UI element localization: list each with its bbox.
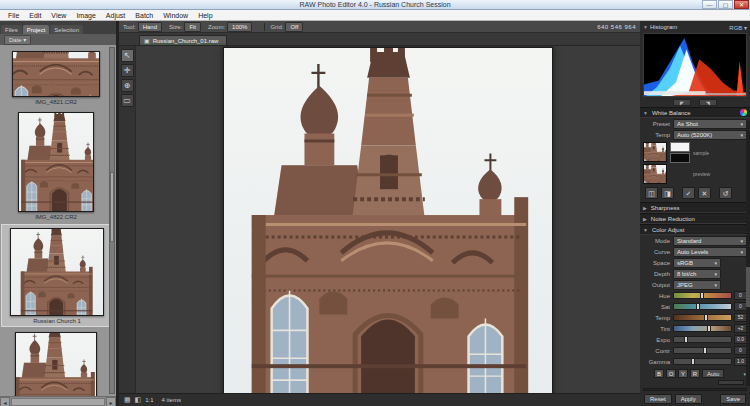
white-balance-header[interactable]: ▼ White Balance: [640, 107, 750, 118]
wb-picker-block: sample preview: [640, 140, 750, 184]
dropdown-value: 8 bit/ch: [677, 270, 696, 278]
navigator-icon[interactable]: ◧: [135, 396, 142, 404]
menu-edit[interactable]: Edit: [24, 10, 46, 21]
hue-slider[interactable]: [673, 292, 732, 299]
menu-view[interactable]: View: [46, 10, 71, 21]
main-photo[interactable]: [223, 47, 553, 393]
pan-tool-icon[interactable]: ✛: [121, 64, 134, 77]
document-tabbar: ▣ Russian_Church_01.raw: [119, 33, 640, 46]
menu-image[interactable]: Image: [71, 10, 100, 21]
document-tab[interactable]: ▣ Russian_Church_01.raw: [139, 35, 227, 45]
scroll-right-arrow[interactable]: ▸: [106, 397, 116, 406]
tab-files[interactable]: Files: [1, 25, 22, 34]
slider-handle[interactable]: [700, 292, 704, 299]
hue-row: Hue 0: [640, 290, 750, 301]
wb-temp-dropdown[interactable]: Auto (5200K) ▾: [673, 130, 747, 140]
panel-vscrollbar[interactable]: [746, 121, 750, 386]
size-label: Size:: [169, 24, 182, 30]
section-title: White Balance: [652, 110, 691, 116]
menu-batch[interactable]: Batch: [130, 10, 158, 21]
title-bar[interactable]: RAW Photo Editor 4.0 - Russian Church Se…: [0, 0, 750, 10]
output-dropdown[interactable]: JPEG ▾: [673, 280, 721, 290]
thumbnail-caption: IMG_4821.CR2: [35, 99, 77, 105]
wb-note-top: sample: [693, 150, 710, 156]
wb-sample-thumb[interactable]: [643, 142, 667, 162]
maximize-button[interactable]: ▢: [718, 0, 733, 9]
list-item[interactable]: IMG_4824.CR2: [6, 329, 106, 396]
channel-b-button[interactable]: B: [654, 369, 664, 378]
crop-tool-icon[interactable]: ▭: [121, 94, 134, 107]
mode-dropdown[interactable]: Standard ▾: [673, 236, 747, 246]
cancel-x-icon[interactable]: ✕: [698, 187, 711, 199]
highlight-warning-button[interactable]: ◥: [699, 99, 717, 106]
apply-button[interactable]: Apply: [675, 394, 702, 404]
tint-slider[interactable]: [673, 325, 732, 332]
scrollbar-thumb[interactable]: [110, 172, 114, 242]
wb-preset-dropdown[interactable]: As Shot ▾: [673, 119, 747, 129]
tab-project[interactable]: Project: [23, 25, 50, 34]
menu-window[interactable]: Window: [158, 10, 193, 21]
channel-o-button[interactable]: O: [666, 369, 676, 378]
channel-buttons-row: B O Y R Auto ▾: [640, 367, 750, 379]
zoom-dropdown[interactable]: 100%: [227, 22, 252, 32]
slider-handle[interactable]: [684, 336, 688, 343]
depth-dropdown[interactable]: 8 bit/ch ▾: [673, 269, 721, 279]
sort-dropdown[interactable]: Date ▾: [4, 35, 31, 45]
white-picker-icon[interactable]: ◫: [645, 187, 658, 199]
scroll-left-arrow[interactable]: ◂: [0, 397, 10, 406]
slider-handle[interactable]: [703, 347, 707, 354]
temp-slider[interactable]: [673, 314, 732, 321]
noise-reduction-header[interactable]: ▶ Noise Reduction: [640, 213, 750, 224]
grid-icon[interactable]: ▦: [124, 396, 131, 404]
wb-result-thumb[interactable]: [643, 164, 667, 184]
reset-undo-icon[interactable]: ↺: [719, 187, 732, 199]
sort-row: Date ▾: [0, 34, 116, 45]
curve-dropdown[interactable]: Auto Levels ▾: [673, 247, 747, 257]
grid-toggle[interactable]: Off: [285, 22, 303, 32]
menu-help[interactable]: Help: [193, 10, 217, 21]
sharpness-header[interactable]: ▶ Sharpness: [640, 202, 750, 213]
slider-handle[interactable]: [707, 325, 711, 332]
color-adjust-header[interactable]: ▼ Color Adjust: [640, 224, 750, 235]
black-point-swatch[interactable]: [670, 153, 690, 163]
exposure-slider[interactable]: [673, 336, 732, 343]
histogram-mode-dropdown[interactable]: RGB ▾: [729, 24, 747, 31]
saturation-slider[interactable]: [673, 303, 732, 310]
white-point-swatch[interactable]: [670, 142, 690, 152]
slider-handle[interactable]: [704, 314, 708, 321]
reset-button[interactable]: Reset: [644, 394, 672, 404]
scrollbar-thumb[interactable]: [746, 267, 750, 307]
scrollbar-track[interactable]: [11, 398, 105, 406]
space-dropdown[interactable]: sRGB ▾: [673, 258, 721, 268]
slider-handle[interactable]: [691, 358, 695, 365]
size-dropdown[interactable]: Fit: [184, 22, 201, 32]
gamma-slider[interactable]: [673, 358, 732, 365]
menu-file[interactable]: File: [3, 10, 24, 21]
slider-handle[interactable]: [696, 303, 700, 310]
close-button[interactable]: ✕: [734, 0, 749, 9]
shadow-warning-button[interactable]: ◤: [673, 99, 691, 106]
minimize-button[interactable]: —: [702, 0, 717, 9]
tool-dropdown[interactable]: Hand: [138, 22, 162, 32]
menu-bar: File Edit View Image Adjust Batch Window…: [0, 10, 750, 21]
thumbnail-vscrollbar[interactable]: [109, 47, 115, 394]
cursor-tool-icon[interactable]: ↖: [121, 49, 134, 62]
channel-r-button[interactable]: R: [690, 369, 700, 378]
apply-check-icon[interactable]: ✓: [682, 187, 695, 199]
row-label: Gamma: [643, 359, 673, 365]
tab-selection[interactable]: Selection: [50, 25, 83, 34]
list-item[interactable]: IMG_4822.CR2: [6, 109, 106, 222]
save-button[interactable]: Save: [720, 394, 746, 404]
image-canvas[interactable]: [136, 46, 640, 393]
black-picker-icon[interactable]: ◨: [661, 187, 674, 199]
list-item[interactable]: IMG_4821.CR2: [6, 48, 106, 107]
menu-adjust[interactable]: Adjust: [101, 10, 130, 21]
document-tab-label: Russian_Church_01.raw: [153, 38, 219, 44]
auto-button[interactable]: Auto: [702, 369, 724, 378]
list-item-selected[interactable]: Russian Church 1: [1, 224, 113, 327]
channel-y-button[interactable]: Y: [678, 369, 688, 378]
histogram-header[interactable]: ▼ Histogram RGB ▾: [640, 21, 750, 33]
contrast-slider[interactable]: [673, 347, 732, 354]
thumbnail-hscrollbar[interactable]: ◂ ▸: [0, 396, 116, 406]
zoom-tool-icon[interactable]: ⊕: [121, 79, 134, 92]
